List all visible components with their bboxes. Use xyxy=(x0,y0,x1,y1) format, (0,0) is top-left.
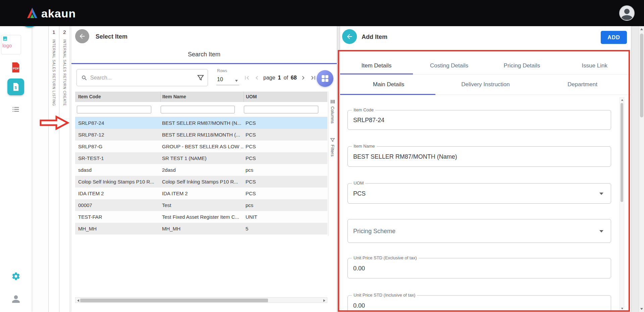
panel-title: Add Item xyxy=(362,34,387,41)
table-row[interactable]: IDA ITEM 2 IDA ITEM 2 PCS xyxy=(75,188,327,199)
back-button[interactable] xyxy=(75,29,89,43)
filter-input-item-code[interactable] xyxy=(77,106,151,113)
pagination: page 1 of 68 xyxy=(243,69,317,86)
previous-page-button[interactable] xyxy=(253,74,261,82)
apps-icon xyxy=(321,74,329,83)
next-page-button[interactable] xyxy=(300,74,307,82)
unit-price-std-incl-field[interactable]: Unit Price STD (Inclusive of tax) 0.00 xyxy=(347,295,611,312)
scroll-right-arrow[interactable] xyxy=(323,299,325,302)
tab-issue-link[interactable]: Issue Link xyxy=(558,57,631,74)
cell-item-name: IDA ITEM 2 xyxy=(160,188,244,199)
form-scrollbar[interactable] xyxy=(620,97,624,311)
table-row[interactable]: Colop Self Inking Stamps P10 R... Colop … xyxy=(75,176,327,188)
list-menu-button[interactable] xyxy=(0,105,32,114)
tab-main-details[interactable]: Main Details xyxy=(340,74,437,95)
scrollbar-thumb[interactable] xyxy=(640,34,643,117)
cell-item-name: BEST SELLER RM118/MONTH (... xyxy=(160,129,244,141)
table-row[interactable]: sdasd 2dasd pcs xyxy=(75,164,327,176)
active-subtab-underline xyxy=(340,94,435,95)
cell-item-code: MH_MH xyxy=(75,223,160,235)
table-body: SRLP87-24 BEST SELLER RM87/MONTH (N... P… xyxy=(75,117,327,235)
scroll-up-arrow[interactable] xyxy=(621,99,623,101)
rows-value: 10 xyxy=(217,76,223,83)
item-code-field[interactable]: Item Code SRLP87-24 xyxy=(347,110,611,130)
scrollbar-thumb[interactable] xyxy=(621,103,623,202)
cell-item-code: 00007 xyxy=(75,199,160,211)
workspace-tab-2[interactable]: 2 INTERNAL SALES RETURN CREATE xyxy=(59,26,70,312)
table-row[interactable]: SRLP87-12 BEST SELLER RM118/MONTH (... P… xyxy=(75,129,327,141)
search-input[interactable] xyxy=(90,70,191,86)
last-page-button[interactable] xyxy=(310,74,317,82)
field-label: Unit Price STD (Exclusive of tax) xyxy=(352,255,419,260)
tab-department[interactable]: Department xyxy=(534,74,631,95)
item-name-field[interactable]: Item Name BEST SELLER RM87/MONTH (Name) xyxy=(347,146,611,167)
columns-tool-button[interactable]: Columns xyxy=(330,99,335,123)
first-page-button[interactable] xyxy=(243,74,251,82)
detail-tabs: Item Details Costing Details Pricing Det… xyxy=(340,57,631,74)
tab-item-details[interactable]: Item Details xyxy=(340,57,413,74)
filter-input-uom[interactable] xyxy=(244,106,318,113)
scroll-left-arrow[interactable] xyxy=(77,299,79,302)
pricing-scheme-select[interactable]: Pricing Scheme xyxy=(347,219,611,243)
broken-image-icon xyxy=(2,36,8,41)
left-sidebar: logo PDF $ xyxy=(0,26,32,312)
billing-app-button[interactable]: $ xyxy=(0,79,32,95)
filter-input-item-name[interactable] xyxy=(161,106,235,113)
scrollbar-thumb[interactable] xyxy=(80,299,268,302)
table-filter-row xyxy=(75,102,327,117)
profile-button[interactable] xyxy=(0,295,32,304)
cell-item-code: TEST-FAR xyxy=(75,211,160,223)
tab-search-item[interactable]: Search Item xyxy=(71,51,337,58)
filters-tool-label: Filters xyxy=(330,145,335,156)
svg-text:PDF: PDF xyxy=(13,66,19,70)
grid-view-button[interactable] xyxy=(317,70,333,87)
field-value: SRLP87-24 xyxy=(353,116,384,123)
table-row[interactable]: MH_MH MH_MH 5 xyxy=(75,223,327,235)
table-row[interactable]: TEST-FAR Test Fixed Asset Register Item … xyxy=(75,211,327,223)
table-row[interactable]: SRLP87-G GROUP - BEST SELLER AS LOW ... … xyxy=(75,141,327,152)
column-header-item-code[interactable]: Item Code xyxy=(75,92,160,102)
cell-uom: PCS xyxy=(244,188,327,199)
tab-costing-details[interactable]: Costing Details xyxy=(413,57,486,74)
person-icon xyxy=(11,295,20,304)
total-pages: 68 xyxy=(291,75,297,81)
chevron-down-icon xyxy=(235,80,238,82)
table-header: Item Code Item Name UOM xyxy=(75,92,327,102)
column-header-item-name[interactable]: Item Name xyxy=(160,92,244,102)
field-label: Unit Price STD (Inclusive of tax) xyxy=(352,293,417,298)
search-box xyxy=(76,69,208,86)
add-button[interactable]: ADD xyxy=(601,31,627,44)
back-button[interactable] xyxy=(342,29,357,44)
cell-uom: PCS xyxy=(244,176,327,188)
unit-price-std-excl-field[interactable]: Unit Price STD (Exclusive of tax) 0.00 xyxy=(347,258,611,278)
list-icon xyxy=(11,105,20,114)
rows-per-page-select[interactable]: Rows 10 xyxy=(216,68,239,85)
scroll-down-arrow[interactable] xyxy=(621,308,623,310)
cell-item-code: IDA ITEM 2 xyxy=(75,188,160,199)
settings-button[interactable] xyxy=(0,272,32,281)
filters-tool-button[interactable]: Filters xyxy=(330,138,335,156)
pdf-app-button[interactable]: PDF xyxy=(0,61,32,73)
user-avatar[interactable] xyxy=(619,5,635,21)
scroll-down-arrow[interactable] xyxy=(640,308,643,310)
cell-item-code: SRLP87-12 xyxy=(75,129,160,141)
table-row[interactable]: 00007 Test pcs xyxy=(75,199,327,211)
tab-delivery-instruction[interactable]: Delivery Instruction xyxy=(437,74,534,95)
horizontal-scrollbar[interactable] xyxy=(75,297,327,303)
active-tab-underline xyxy=(71,63,337,64)
column-header-uom[interactable]: UOM xyxy=(244,92,327,102)
page-scrollbar[interactable] xyxy=(639,26,644,312)
workspace-tab-label: INTERNAL SALES RETURN LISTING xyxy=(52,39,56,106)
field-value: 0.00 xyxy=(353,302,365,309)
table-row[interactable]: SR-TEST-1 SR TEST 1 (NAME) PCS xyxy=(75,152,327,164)
uom-select[interactable]: UOM PCS xyxy=(347,183,611,204)
panel-title: Select Item xyxy=(96,33,127,40)
field-label: Item Name xyxy=(352,144,377,149)
tab-pricing-details[interactable]: Pricing Details xyxy=(486,57,558,74)
scroll-up-arrow[interactable] xyxy=(640,28,643,30)
cell-item-code: Colop Self Inking Stamps P10 R... xyxy=(75,176,160,188)
table-row[interactable]: SRLP87-24 BEST SELLER RM87/MONTH (N... P… xyxy=(75,117,327,129)
workspace-tab-1[interactable]: 1 INTERNAL SALES RETURN LISTING xyxy=(48,26,59,312)
filter-icon[interactable] xyxy=(197,74,204,83)
brand-name: akaun xyxy=(41,7,76,20)
